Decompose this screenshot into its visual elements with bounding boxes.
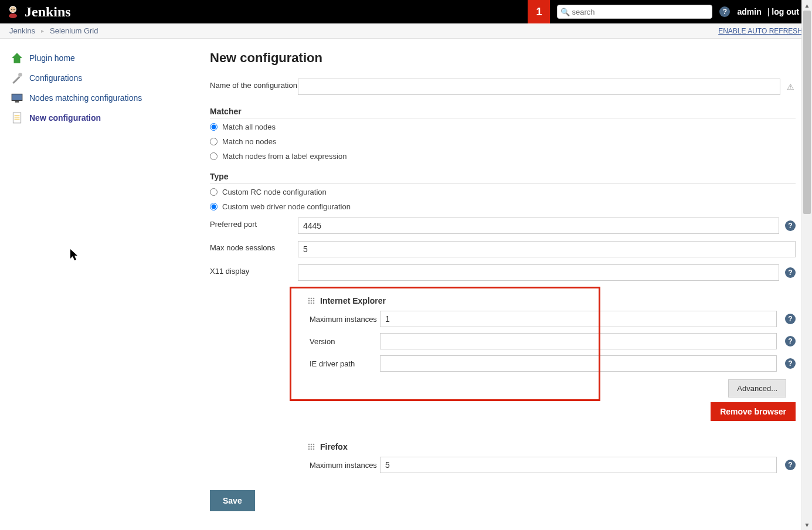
section-matcher: Matcher (210, 107, 796, 118)
radio-match-none[interactable]: Match no nodes (210, 134, 796, 149)
max-sessions-input[interactable] (298, 241, 796, 257)
help-icon[interactable]: ? (785, 358, 796, 369)
logout-link[interactable]: log out (772, 7, 799, 16)
drag-handle-icon[interactable] (307, 443, 315, 451)
firefox-max-instances-input[interactable] (380, 457, 777, 473)
svg-point-16 (308, 300, 310, 302)
svg-point-22 (308, 444, 310, 446)
radio-match-all-input[interactable] (210, 123, 218, 131)
svg-point-30 (313, 449, 315, 450)
search-icon: 🔍 (560, 8, 570, 16)
radio-rc-input[interactable] (210, 188, 218, 196)
chevron-icon: ▸ (41, 28, 44, 34)
x11-input[interactable] (298, 264, 779, 281)
main-content: New configuration Name of the configurat… (210, 39, 812, 530)
row-firefox-max-instances: Maximum instances ? (304, 454, 796, 476)
auto-refresh-link[interactable]: ENABLE AUTO REFRESH (718, 27, 803, 35)
radio-match-label[interactable]: Match nodes from a label expression (210, 149, 796, 164)
radio-label: Match all nodes (222, 123, 276, 131)
crumb-root[interactable]: Jenkins (9, 26, 35, 35)
scroll-up-arrow[interactable]: ▲ (802, 0, 812, 11)
notification-count[interactable]: 1 (528, 0, 550, 23)
ie-driver-input[interactable] (380, 355, 777, 372)
radio-match-all[interactable]: Match all nodes (210, 120, 796, 134)
tools-icon (11, 72, 23, 84)
row-x11: X11 display ? (210, 261, 796, 284)
radio-rc-config[interactable]: Custom RC node configuration (210, 185, 796, 199)
browser-firefox-block: Firefox Maximum instances ? (304, 439, 796, 476)
vertical-scrollbar[interactable]: ▲ ▼ (801, 0, 812, 530)
breadcrumb-bar: Jenkins ▸ Selenium Grid ENABLE AUTO REFR… (0, 23, 812, 39)
scroll-thumb[interactable] (803, 11, 811, 214)
svg-point-26 (311, 446, 312, 448)
sidebar-item-nodes[interactable]: Nodes matching configurations (6, 88, 204, 108)
browser-ie-block: Internet Explorer Maximum instances ? Ve… (304, 293, 796, 421)
crumb-page[interactable]: Selenium Grid (50, 26, 98, 35)
svg-point-13 (308, 298, 310, 300)
row-ie-version: Version ? (304, 330, 796, 352)
sidebar: Plugin home Configurations Nodes matchin… (0, 39, 210, 530)
scroll-track[interactable] (802, 11, 812, 519)
search-wrap: 🔍 (550, 5, 719, 19)
warning-icon: ⚠ (785, 81, 796, 92)
label-x11: X11 display (210, 264, 298, 276)
search-input[interactable] (557, 5, 712, 19)
header-help-icon[interactable]: ? (719, 6, 730, 17)
svg-rect-8 (15, 101, 19, 103)
svg-point-25 (308, 446, 310, 448)
help-icon[interactable]: ? (785, 267, 796, 278)
svg-point-1 (9, 13, 17, 18)
section-type: Type (210, 172, 796, 184)
drag-handle-icon[interactable] (307, 297, 315, 305)
radio-label: Custom web driver node configuration (222, 202, 351, 211)
ie-version-input[interactable] (380, 333, 777, 349)
separator: | (767, 7, 770, 16)
browser-ie-header: Internet Explorer (304, 293, 796, 308)
sidebar-item-new-config[interactable]: New configuration (6, 108, 204, 128)
svg-point-2 (10, 6, 16, 12)
help-icon[interactable]: ? (785, 460, 796, 470)
label-max-sessions: Max node sessions (210, 241, 298, 252)
header-links: admin | log out (737, 7, 812, 16)
jenkins-logo[interactable]: Jenkins (0, 4, 77, 20)
svg-point-14 (311, 298, 312, 300)
svg-point-28 (308, 449, 310, 450)
help-icon[interactable]: ? (785, 314, 796, 324)
sidebar-item-label: New configuration (29, 113, 101, 123)
help-icon[interactable]: ? (785, 336, 796, 346)
radio-webdriver-input[interactable] (210, 203, 218, 210)
svg-point-20 (311, 303, 312, 304)
port-input[interactable] (298, 218, 779, 234)
radio-match-label-input[interactable] (210, 152, 218, 160)
svg-point-4 (13, 9, 15, 10)
browser-firefox-header: Firefox (304, 439, 796, 454)
radio-label: Match no nodes (222, 137, 277, 146)
monitor-icon (11, 91, 23, 104)
sidebar-item-label: Nodes matching configurations (29, 93, 142, 103)
label-port: Preferred port (210, 218, 298, 229)
scroll-down-arrow[interactable]: ▼ (802, 519, 812, 530)
ie-max-instances-input[interactable] (380, 311, 777, 327)
svg-point-6 (18, 73, 22, 77)
row-max-sessions: Max node sessions (210, 237, 796, 261)
remove-browser-button[interactable]: Remove browser (711, 402, 796, 421)
sidebar-item-configurations[interactable]: Configurations (6, 68, 204, 88)
radio-match-none-input[interactable] (210, 138, 218, 145)
help-icon[interactable]: ? (785, 220, 796, 231)
svg-point-18 (313, 300, 315, 302)
save-button[interactable]: Save (210, 490, 255, 511)
label-ie-driver: IE driver path (310, 359, 380, 368)
brand-text: Jenkins (25, 4, 71, 20)
svg-point-15 (313, 298, 315, 300)
radio-webdriver-config[interactable]: Custom web driver node configuration (210, 199, 796, 214)
label-name: Name of the configuration (210, 79, 298, 90)
svg-point-27 (313, 446, 315, 448)
config-name-input[interactable] (298, 79, 780, 95)
advanced-button[interactable]: Advanced... (728, 379, 786, 398)
svg-point-23 (311, 444, 312, 446)
home-icon (11, 52, 23, 64)
user-link[interactable]: admin (737, 7, 761, 16)
sidebar-item-label: Configurations (29, 73, 82, 83)
browser-name: Internet Explorer (320, 296, 386, 305)
sidebar-item-plugin-home[interactable]: Plugin home (6, 48, 204, 68)
